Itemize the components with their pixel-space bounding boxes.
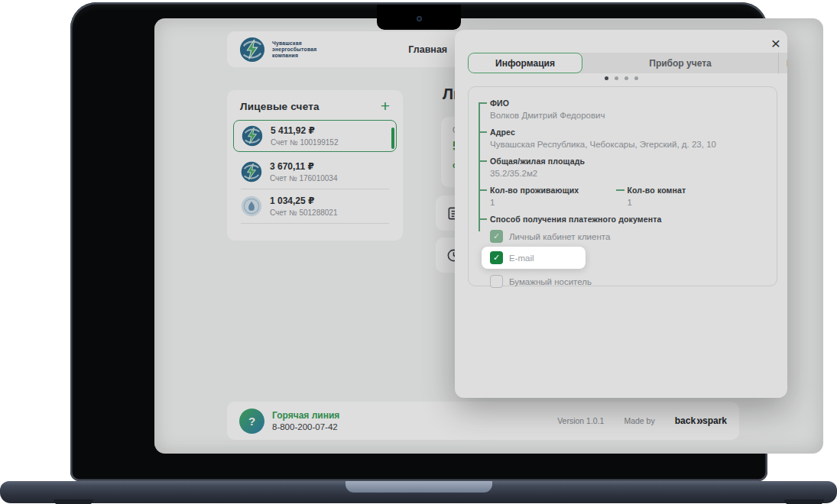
checkbox-row-email-highlighted[interactable]: ✓ E-mail <box>482 247 586 269</box>
laptop-foot <box>784 499 824 504</box>
checkbox-checked-icon[interactable]: ✓ <box>490 251 503 264</box>
laptop-notch <box>377 5 461 30</box>
app-screen: Чувашская энергосбытовая компания Главна… <box>154 18 823 454</box>
laptop-foot <box>54 499 93 504</box>
laptop-lid: Чувашская энергосбытовая компания Главна… <box>70 2 767 481</box>
dim-overlay <box>154 18 823 454</box>
laptop-mockup: Чувашская энергосбытовая компания Главна… <box>0 0 837 504</box>
webcam-icon <box>417 16 422 21</box>
checkbox-label: E-mail <box>509 254 534 263</box>
lid-opening-scoop <box>346 481 492 493</box>
laptop-base <box>0 481 837 503</box>
